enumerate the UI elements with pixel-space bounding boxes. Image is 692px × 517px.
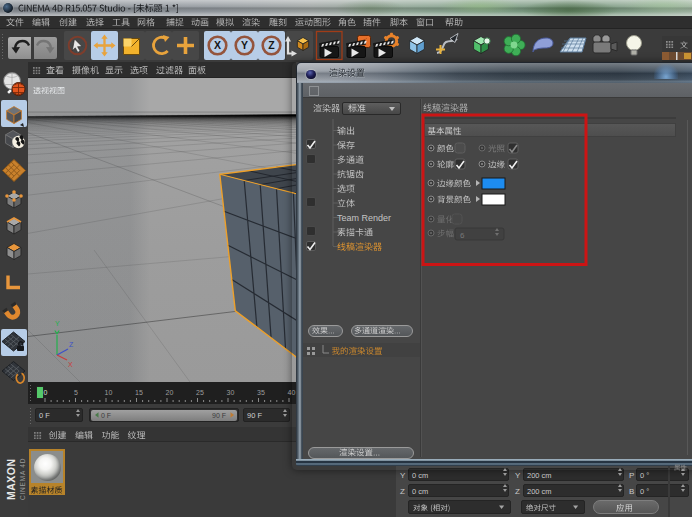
svg-text:0 cm: 0 cm	[412, 471, 428, 480]
svg-text:200 cm: 200 cm	[527, 487, 552, 496]
svg-text:0 °: 0 °	[640, 487, 649, 496]
svg-text:0 F: 0 F	[39, 411, 50, 420]
svg-text:B: B	[629, 487, 634, 496]
svg-text:15: 15	[135, 389, 143, 396]
svg-text:0 F: 0 F	[101, 412, 111, 419]
svg-text:90 F: 90 F	[212, 412, 226, 419]
svg-text:Y: Y	[241, 39, 248, 51]
svg-text:Team Render: Team Render	[337, 213, 391, 223]
svg-text:6: 6	[460, 231, 465, 240]
svg-text:200 cm: 200 cm	[527, 471, 552, 480]
svg-text:40: 40	[288, 389, 296, 396]
svg-text:Z: Z	[400, 487, 405, 496]
svg-text:Z: Z	[515, 487, 520, 496]
svg-text:Y: Y	[515, 471, 521, 480]
svg-text:10: 10	[105, 389, 113, 396]
svg-text:90 F: 90 F	[247, 411, 262, 420]
svg-text:5: 5	[74, 389, 78, 396]
svg-text:P: P	[629, 471, 634, 480]
svg-text:35: 35	[257, 389, 265, 396]
svg-text:0 °: 0 °	[640, 471, 649, 480]
svg-text:0 cm: 0 cm	[412, 487, 428, 496]
svg-text:MAXON: MAXON	[5, 458, 17, 500]
svg-text:Y: Y	[400, 471, 406, 480]
svg-text:20: 20	[166, 389, 174, 396]
svg-text:CINEMA 4D: CINEMA 4D	[19, 458, 26, 500]
svg-text:Z: Z	[268, 39, 275, 51]
svg-text:30: 30	[227, 389, 235, 396]
svg-text:0: 0	[44, 389, 48, 396]
svg-text:X: X	[214, 39, 221, 51]
svg-text:25: 25	[196, 389, 204, 396]
